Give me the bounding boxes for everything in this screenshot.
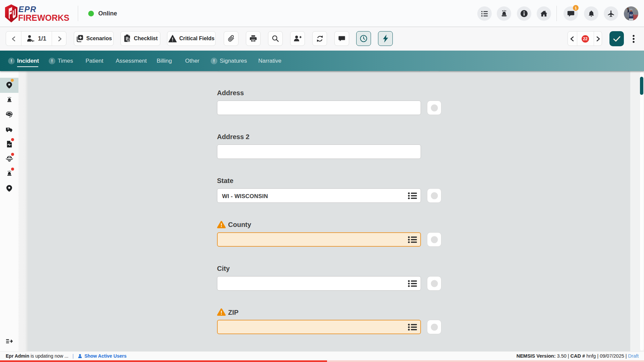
svg-text:12: 12 <box>630 13 633 17</box>
